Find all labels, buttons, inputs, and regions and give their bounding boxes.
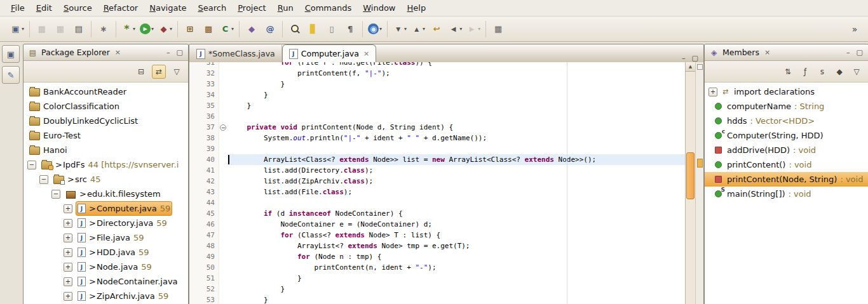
collapse-all-button[interactable]: ⊟	[135, 65, 147, 78]
show-source-button[interactable]: ▯	[323, 22, 340, 37]
member-computername[interactable]: computerName : String	[705, 99, 868, 114]
line-number[interactable]: 42	[189, 176, 219, 187]
package-explorer-title-bar[interactable]: ▤ Package Explorer × – ▢	[24, 44, 188, 61]
tree-item-nodecontainer-java[interactable]: +J> NodeContainer.java	[24, 274, 188, 289]
editor-viewport[interactable]: 31 for (File f : hdd.get(File.class)) {3…	[189, 62, 685, 304]
line-number[interactable]: 40	[189, 154, 219, 165]
member-hdds[interactable]: hdds : Vector<HDD>	[705, 114, 868, 128]
hide-non-public-button[interactable]: ◆	[833, 65, 846, 78]
minimize-button[interactable]: –	[166, 48, 170, 56]
line-number[interactable]: 49	[189, 251, 219, 262]
code-line[interactable]: 50 printContent(n, ident + "-");	[189, 262, 685, 273]
menu-file[interactable]: File	[5, 1, 31, 15]
code-line[interactable]: 43 list.add(File.class);	[189, 187, 685, 197]
previous-annotation-button[interactable]: ▲▾	[410, 22, 426, 37]
menu-project[interactable]: Project	[232, 1, 272, 15]
line-number[interactable]: 36	[189, 111, 219, 122]
minimize-button[interactable]: –	[682, 54, 686, 62]
line-number[interactable]: 38	[189, 133, 219, 143]
close-icon[interactable]: ×	[363, 50, 369, 58]
code-line[interactable]: 36	[189, 111, 685, 122]
fold-collapse-icon[interactable]	[219, 122, 227, 133]
forward-button[interactable]: ▶▾	[465, 22, 482, 37]
code-line[interactable]: 31 for (File f : hdd.get(File.class)) {	[189, 62, 685, 68]
line-number[interactable]: 35	[189, 100, 219, 111]
tree-item-ziparchiv-java[interactable]: +J> ZipArchiv.java59	[24, 289, 188, 303]
tree-item-bankaccountreader[interactable]: BankAccountReader	[24, 84, 188, 99]
close-icon[interactable]: ×	[114, 48, 122, 56]
code-line[interactable]: 48 ArrayList<? extends Node> tmp = e.get…	[189, 241, 685, 251]
line-number[interactable]: 43	[189, 187, 219, 197]
members-list[interactable]: +⇄import declarationscomputerName : Stri…	[705, 83, 868, 304]
overview-ruler[interactable]	[695, 62, 703, 304]
line-number[interactable]: 37	[189, 122, 219, 133]
print-button[interactable]: ▤	[71, 22, 87, 37]
code-line[interactable]: 52 }	[189, 284, 685, 294]
tree-item-ipdfs[interactable]: −> IpdFs44 [https://svnserver.i	[24, 157, 188, 172]
menu-navigate[interactable]: Navigate	[144, 1, 192, 15]
editor-scrollbar[interactable]: ▲	[685, 62, 695, 304]
javadoc-button[interactable]: @	[262, 22, 278, 37]
line-number[interactable]: 45	[189, 208, 219, 219]
expand-plus-icon[interactable]: +	[64, 204, 72, 213]
code-line[interactable]: 49 for (Node n : tmp) {	[189, 251, 685, 262]
run-button[interactable]: ▶▾	[139, 22, 155, 37]
member-adddrive-hdd[interactable]: addDrive(HDD) : void	[705, 143, 868, 157]
code-line[interactable]: 37 private void printContent(Node d, Str…	[189, 122, 685, 133]
menu-refactor[interactable]: Refactor	[98, 1, 144, 15]
line-number[interactable]: 46	[189, 219, 219, 230]
save-all-button[interactable]: ▦	[52, 22, 69, 37]
external-tools-button[interactable]: ◆▾	[157, 22, 173, 37]
code-line[interactable]: 51 }	[189, 273, 685, 284]
minimize-button[interactable]: –	[846, 48, 850, 56]
next-annotation-button[interactable]: ▼▾	[391, 22, 408, 37]
code-line[interactable]: 47 for (Class<? extends Node> T : list) …	[189, 230, 685, 241]
search-button[interactable]	[287, 22, 303, 37]
tree-item-computer-java[interactable]: +J> Computer.java59	[24, 201, 188, 216]
menu-search[interactable]: Search	[193, 1, 233, 15]
code-line[interactable]: 44	[189, 197, 685, 208]
expand-plus-icon[interactable]: +	[64, 248, 72, 257]
debug-button[interactable]: *▾	[120, 22, 137, 37]
line-number[interactable]: 33	[189, 79, 219, 89]
code-line[interactable]: 46 NodeContainer e = (NodeContainer) d;	[189, 219, 685, 230]
code-line[interactable]: 42 list.add(ZipArchiv.class);	[189, 176, 685, 187]
occurrence-marker[interactable]	[697, 159, 703, 168]
expand-plus-icon[interactable]: +	[64, 234, 72, 242]
menu-window[interactable]: Window	[357, 1, 401, 15]
line-number[interactable]: 31	[189, 62, 219, 68]
perspective-button[interactable]: ▦	[490, 22, 506, 37]
new-java-package-button[interactable]: ▩	[200, 22, 217, 37]
back-button[interactable]: ◀▾	[447, 22, 463, 37]
open-task-button[interactable]: ◆	[243, 22, 260, 37]
code-line[interactable]: 39	[189, 143, 685, 154]
member-import-declarations[interactable]: +⇄import declarations	[705, 84, 868, 99]
collapse-minus-icon[interactable]: −	[27, 161, 36, 169]
menu-commands[interactable]: Commands	[299, 1, 358, 15]
new-java-class-button[interactable]: C▾	[219, 22, 235, 37]
expand-plus-icon[interactable]: +	[709, 88, 717, 96]
members-title-bar[interactable]: ◈ Members × – ▢	[705, 44, 868, 61]
tree-item-euro-test[interactable]: Euro-Test	[24, 128, 188, 143]
line-number[interactable]: 51	[189, 273, 219, 284]
mark-occurrences-button[interactable]: ▊	[305, 22, 322, 37]
show-whitespace-button[interactable]: ¶	[342, 22, 358, 37]
expand-plus-icon[interactable]: +	[64, 277, 72, 286]
code-line[interactable]: 45 if (d instanceof NodeContainer) {	[189, 208, 685, 219]
menu-help[interactable]: Help	[402, 1, 432, 15]
line-number[interactable]: 39	[189, 143, 219, 154]
code-line[interactable]: 34 }	[189, 89, 685, 100]
package-explorer-tree[interactable]: BankAccountReaderColorClassificationDoub…	[24, 83, 188, 304]
sort-members-button[interactable]: ⇅	[782, 65, 794, 78]
close-icon[interactable]: ×	[763, 48, 771, 56]
hide-static-members-button[interactable]: s	[816, 65, 829, 78]
collapse-minus-icon[interactable]: −	[51, 190, 60, 199]
toolbar-overflow-button[interactable]: »	[846, 22, 863, 37]
code-line[interactable]: 33 }	[189, 79, 685, 89]
tree-item-edu-kit-filesystem[interactable]: −> edu.kit.filesystem	[24, 187, 188, 201]
menu-source[interactable]: Source	[58, 1, 98, 15]
new-wizard-button[interactable]: ▣▾	[9, 22, 25, 37]
line-number[interactable]: 44	[189, 197, 219, 208]
open-web-browser-button[interactable]: ◉▾	[367, 22, 383, 37]
code-line[interactable]: 41 list.add(Directory.class);	[189, 165, 685, 176]
